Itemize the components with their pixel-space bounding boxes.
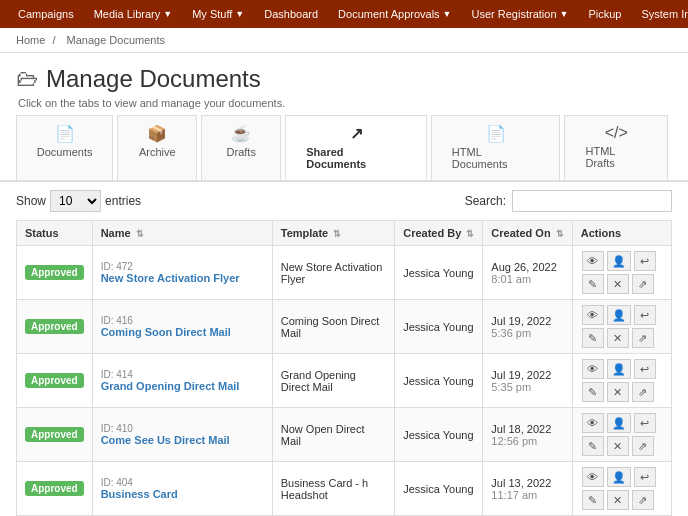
doc-id: ID: 404 [101,477,264,488]
archive-tab-icon: 📦 [147,124,167,143]
edit-btn[interactable]: ✎ [582,490,604,510]
revert-btn[interactable]: ↩ [634,413,656,433]
user-btn[interactable]: 👤 [607,359,631,379]
show-label: Show [16,194,46,208]
table-row: ApprovedID: 404Business CardBusiness Car… [17,462,672,516]
doc-name[interactable]: Business Card [101,488,264,500]
table-row: ApprovedID: 414Grand Opening Direct Mail… [17,354,672,408]
documents-table: Status Name ⇅ Template ⇅ Created By ⇅ Cr… [16,220,672,516]
search-label: Search: [465,194,506,208]
action-group: 👁👤↩✎✕⇗ [581,250,663,295]
nav-item-dashboard[interactable]: Dashboard [254,0,328,28]
page-title: Manage Documents [46,65,261,93]
tab-shared-documents[interactable]: ↗ Shared Documents [285,115,427,180]
col-actions: Actions [572,221,671,246]
user-btn[interactable]: 👤 [607,251,631,271]
col-template[interactable]: Template ⇅ [272,221,394,246]
toolbar-right: Search: [465,190,672,212]
user-btn[interactable]: 👤 [607,413,631,433]
cell-status: Approved [17,462,93,516]
col-created-on[interactable]: Created On ⇅ [483,221,572,246]
doc-id: ID: 472 [101,261,264,272]
tab-documents[interactable]: 📄 Documents [16,115,113,180]
view-btn[interactable]: 👁 [582,251,604,271]
cell-status: Approved [17,300,93,354]
cell-actions: 👁👤↩✎✕⇗ [572,300,671,354]
tabs-container: 📄 Documents 📦 Archive ☕ Drafts ↗ Shared … [0,115,688,182]
share-btn[interactable]: ⇗ [632,274,654,294]
tab-html-documents[interactable]: 📄 HTML Documents [431,115,561,180]
tab-drafts[interactable]: ☕ Drafts [201,115,281,180]
doc-name[interactable]: Come See Us Direct Mail [101,434,264,446]
cell-name: ID: 404Business Card [92,462,272,516]
cell-name: ID: 410Come See Us Direct Mail [92,408,272,462]
col-created-by[interactable]: Created By ⇅ [395,221,483,246]
view-btn[interactable]: 👁 [582,413,604,433]
cell-template: Business Card - h Headshot [272,462,394,516]
nav-item-media-library[interactable]: Media Library ▼ [84,0,183,28]
revert-btn[interactable]: ↩ [634,359,656,379]
cell-actions: 👁👤↩✎✕⇗ [572,246,671,300]
nav-items: Campaigns Media Library ▼ My Stuff ▼ Das… [8,0,688,28]
view-btn[interactable]: 👁 [582,467,604,487]
doc-name[interactable]: New Store Activation Flyer [101,272,264,284]
revert-btn[interactable]: ↩ [634,305,656,325]
doc-name[interactable]: Grand Opening Direct Mail [101,380,264,392]
breadcrumb: Home / Manage Documents [0,28,688,53]
tab-html-drafts-label: HTML Drafts [585,145,647,169]
table-row: ApprovedID: 472New Store Activation Flye… [17,246,672,300]
delete-btn[interactable]: ✕ [607,490,629,510]
cell-template: Coming Soon Direct Mail [272,300,394,354]
documents-tab-icon: 📄 [55,124,75,143]
search-input[interactable] [512,190,672,212]
edit-btn[interactable]: ✎ [582,274,604,294]
cell-created-by: Jessica Young [395,246,483,300]
tab-html-drafts[interactable]: </> HTML Drafts [564,115,668,180]
edit-btn[interactable]: ✎ [582,436,604,456]
user-btn[interactable]: 👤 [607,467,631,487]
html-doc-tab-icon: 📄 [486,124,506,143]
tab-drafts-label: Drafts [227,146,256,158]
nav-item-campaigns[interactable]: Campaigns [8,0,84,28]
cell-name: ID: 414Grand Opening Direct Mail [92,354,272,408]
tab-shared-label: Shared Documents [306,146,406,170]
delete-btn[interactable]: ✕ [607,274,629,294]
doc-name[interactable]: Coming Soon Direct Mail [101,326,264,338]
user-btn[interactable]: 👤 [607,305,631,325]
top-nav: Campaigns Media Library ▼ My Stuff ▼ Das… [0,0,688,28]
edit-btn[interactable]: ✎ [582,328,604,348]
cell-template: Now Open Direct Mail [272,408,394,462]
cell-template: New Store Activation Flyer [272,246,394,300]
breadcrumb-home[interactable]: Home [16,34,45,46]
cell-created-on: Jul 13, 202211:17 am [483,462,572,516]
delete-btn[interactable]: ✕ [607,328,629,348]
cell-template: Grand Opening Direct Mail [272,354,394,408]
revert-btn[interactable]: ↩ [634,467,656,487]
nav-item-system-info[interactable]: System Info ▼ [631,0,688,28]
cell-created-on: Jul 19, 20225:35 pm [483,354,572,408]
delete-btn[interactable]: ✕ [607,382,629,402]
cell-actions: 👁👤↩✎✕⇗ [572,354,671,408]
nav-item-pickup[interactable]: Pickup [578,0,631,28]
tab-archive[interactable]: 📦 Archive [117,115,197,180]
view-btn[interactable]: 👁 [582,305,604,325]
delete-btn[interactable]: ✕ [607,436,629,456]
table-row: ApprovedID: 410Come See Us Direct MailNo… [17,408,672,462]
cell-actions: 👁👤↩✎✕⇗ [572,462,671,516]
share-btn[interactable]: ⇗ [632,328,654,348]
share-btn[interactable]: ⇗ [632,490,654,510]
nav-item-my-stuff[interactable]: My Stuff ▼ [182,0,254,28]
edit-btn[interactable]: ✎ [582,382,604,402]
nav-item-user-registration[interactable]: User Registration ▼ [462,0,579,28]
nav-item-document-approvals[interactable]: Document Approvals ▼ [328,0,461,28]
view-btn[interactable]: 👁 [582,359,604,379]
col-name[interactable]: Name ⇅ [92,221,272,246]
share-btn[interactable]: ⇗ [632,436,654,456]
status-badge: Approved [25,319,84,334]
entries-select[interactable]: 10 25 50 100 [50,190,101,212]
revert-btn[interactable]: ↩ [634,251,656,271]
action-group: 👁👤↩✎✕⇗ [581,304,663,349]
tab-html-documents-label: HTML Documents [452,146,540,170]
tab-documents-label: Documents [37,146,93,158]
share-btn[interactable]: ⇗ [632,382,654,402]
